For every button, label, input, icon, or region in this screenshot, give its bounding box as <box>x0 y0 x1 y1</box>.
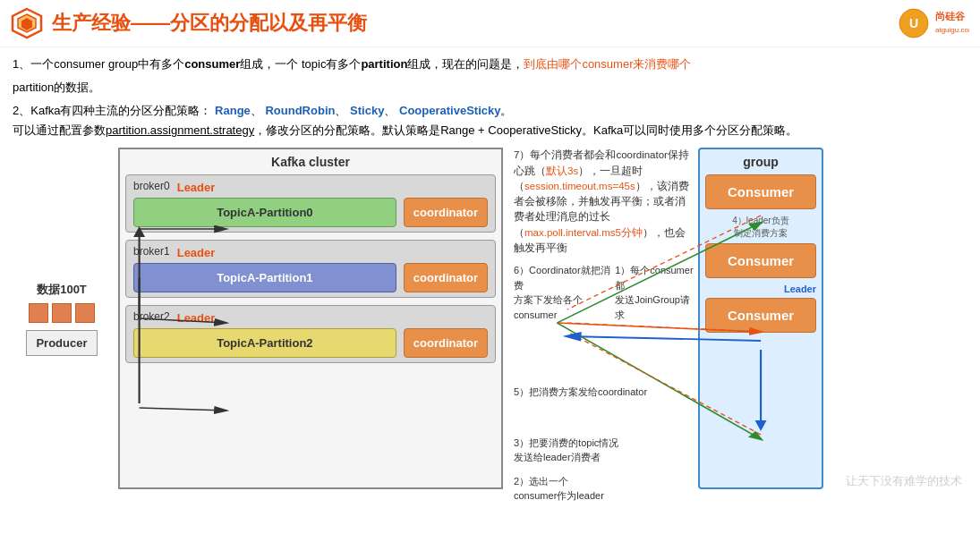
desc-line3: 可以通过配置参数partition.assignment.strategy，修改… <box>13 121 967 140</box>
broker1-leader: Leader <box>177 246 216 259</box>
producer-area: 数据100T Producer <box>13 148 111 489</box>
note-top: 7）每个消费者都会和coordinator保持心跳（默认3s），一旦超时（ses… <box>514 148 695 256</box>
broker1-row: TopicA-Partition1 coordinator <box>133 263 488 292</box>
broker0-label: broker0 <box>133 180 170 192</box>
consumer-2: Consumer <box>705 243 816 278</box>
producer-box: Producer <box>26 330 97 356</box>
page-title: 生产经验——分区的分配以及再平衡 <box>52 10 898 37</box>
description-area: 1、一个consumer group中有多个consumer组成，一个 topi… <box>0 47 980 144</box>
note-2: 2）选出一个consumer作为leader <box>514 474 695 504</box>
group-box: group Consumer 4）leader负责制定消费方案 Consumer… <box>698 148 823 489</box>
data-boxes <box>29 303 95 323</box>
group-title: group <box>705 155 816 169</box>
note-5: 5）把消费方案发给coordinator <box>514 385 695 400</box>
header: 生产经验——分区的分配以及再平衡 U 尚硅谷 atguigu.com <box>0 0 980 47</box>
broker1-box: broker1 Leader TopicA-Partition1 coordin… <box>125 240 496 298</box>
svg-text:尚硅谷: 尚硅谷 <box>935 11 966 21</box>
notes-row1: 6）Coordinator就把消费方案下发给各个consumer 1）每个con… <box>514 263 695 322</box>
leader-label: Leader <box>705 284 816 294</box>
svg-text:U: U <box>909 16 918 30</box>
broker2-partition: TopicA-Partition2 <box>133 328 396 358</box>
broker2-leader: Leader <box>177 311 216 325</box>
note-1: 1）每个consumer都发送JoinGroup请求 <box>615 263 695 322</box>
broker2-box: broker2 Leader TopicA-Partition2 coordin… <box>125 305 496 363</box>
note-3: 3）把要消费的topic情况发送给leader消费者 <box>514 436 618 465</box>
data-box-2 <box>52 303 72 323</box>
desc-line1b: partition的数据。 <box>13 78 967 97</box>
svg-text:atguigu.com: atguigu.com <box>935 26 969 34</box>
broker0-row: TopicA-Partition0 coordinator <box>133 198 488 227</box>
header-icon <box>11 7 43 39</box>
data-box-1 <box>29 303 48 323</box>
broker1-label: broker1 <box>133 245 170 258</box>
broker0-coordinator: coordinator <box>404 198 488 227</box>
consumer-1: Consumer <box>705 174 816 209</box>
broker1-coordinator: coordinator <box>404 263 488 292</box>
diagram-area: 数据100T Producer Kafka cluster broker0 Le… <box>0 144 980 493</box>
broker2-row: TopicA-Partition2 coordinator <box>133 328 488 358</box>
broker0-leader: Leader <box>177 181 216 194</box>
group-area: group Consumer 4）leader负责制定消费方案 Consumer… <box>698 148 823 489</box>
note-4: 4）leader负责制定消费方案 <box>705 215 816 240</box>
consumer-3: Consumer <box>705 298 816 333</box>
broker0-box: broker0 Leader TopicA-Partition0 coordin… <box>125 174 496 233</box>
data-box-3 <box>75 303 95 323</box>
notes-row2: 3）把要消费的topic情况发送给leader消费者 <box>514 436 695 465</box>
watermark: 让天下没有难学的技术 <box>846 473 962 489</box>
note-6: 6）Coordinator就把消费方案下发给各个consumer <box>514 263 615 322</box>
broker2-coordinator: coordinator <box>404 328 488 358</box>
kafka-cluster-title: Kafka cluster <box>125 155 496 169</box>
data-label: 数据100T <box>37 282 87 298</box>
logo: U 尚硅谷 atguigu.com <box>898 7 969 39</box>
desc-line1: 1、一个consumer group中有多个consumer组成，一个 topi… <box>13 55 967 74</box>
broker0-partition: TopicA-Partition0 <box>133 198 396 227</box>
notes-area: 7）每个消费者都会和coordinator保持心跳（默认3s），一旦超时（ses… <box>510 148 698 489</box>
broker2-label: broker2 <box>133 310 170 323</box>
broker1-partition: TopicA-Partition1 <box>133 263 396 292</box>
kafka-cluster: Kafka cluster broker0 Leader TopicA-Part… <box>118 148 503 489</box>
desc-line2: 2、Kafka有四种主流的分区分配策略： Range、 RoundRobin、 … <box>13 101 967 121</box>
